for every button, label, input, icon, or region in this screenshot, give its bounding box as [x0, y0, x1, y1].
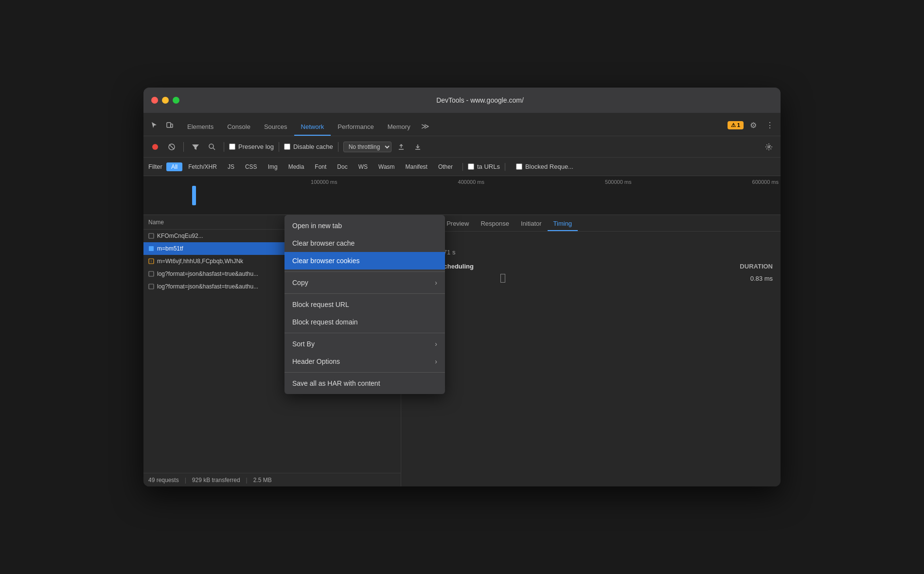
tab-timing[interactable]: Timing	[548, 216, 578, 231]
filter-img[interactable]: Img	[263, 162, 283, 171]
filter-fetch-xhr[interactable]: Fetch/XHR	[183, 162, 222, 171]
svg-rect-1	[171, 124, 173, 127]
more-options-icon[interactable]: ⋮	[763, 118, 777, 132]
ctx-divider-1	[284, 271, 445, 272]
download-icon[interactable]	[411, 140, 425, 154]
traffic-lights	[151, 97, 179, 104]
tab-elements[interactable]: Elements	[180, 118, 220, 136]
record-icon[interactable]	[148, 140, 162, 154]
tab-memory[interactable]: Memory	[381, 118, 417, 136]
preserve-log-checkbox[interactable]	[229, 144, 235, 150]
filter-sep	[462, 163, 463, 171]
minimize-button[interactable]	[162, 97, 169, 104]
ctx-open-new-tab[interactable]: Open in new tab	[284, 217, 445, 234]
svg-point-5	[209, 144, 213, 148]
tab-network[interactable]: Network	[294, 118, 331, 136]
right-panel: Headers Preview Response Initiator Timin…	[401, 215, 781, 486]
toolbar-sep-4	[338, 142, 338, 152]
toolbar-sep-1	[183, 142, 184, 152]
filter-manifest[interactable]: Manifest	[401, 162, 432, 171]
filter-wasm[interactable]: Wasm	[373, 162, 400, 171]
close-button[interactable]	[151, 97, 158, 104]
tick-3: 500000 ms	[486, 179, 634, 185]
queueing-value: 0.83 ms	[750, 275, 773, 282]
blocked-requests-checkbox[interactable]	[516, 163, 522, 170]
header-options-arrow-icon: ›	[435, 358, 437, 365]
tab-preview[interactable]: Preview	[441, 216, 475, 231]
tab-performance[interactable]: Performance	[331, 118, 380, 136]
search-icon[interactable]	[205, 140, 219, 154]
filter-js[interactable]: JS	[223, 162, 239, 171]
cursor-icon[interactable]	[147, 118, 161, 132]
preserve-log-label[interactable]: Preserve log	[229, 143, 274, 150]
tick-4: 600000 ms	[634, 179, 781, 185]
tab-sources[interactable]: Sources	[257, 118, 294, 136]
name-column-header: Name	[148, 219, 164, 226]
filter-all[interactable]: All	[166, 162, 182, 171]
tab-bar: Elements Console Sources Network Perform…	[143, 113, 781, 136]
svg-rect-8	[149, 233, 154, 238]
filter-sep-2	[505, 163, 505, 171]
blocked-requests: Blocked Reque...	[516, 163, 573, 170]
preserve-log-text: Preserve log	[238, 143, 274, 150]
copy-arrow-icon: ›	[435, 279, 437, 287]
disable-cache-label[interactable]: Disable cache	[284, 143, 333, 150]
ctx-divider-3	[284, 333, 445, 333]
filter-font[interactable]: Font	[310, 162, 331, 171]
devtools-window: DevTools - www.google.com/ Eleme	[143, 88, 781, 486]
toolbar-sep-3	[279, 142, 279, 152]
settings-icon[interactable]: ⚙	[746, 118, 760, 132]
status-sep-1: |	[185, 477, 186, 484]
svg-rect-12	[149, 271, 154, 276]
titlebar: DevTools - www.google.com/	[143, 88, 781, 113]
filter-other[interactable]: Other	[433, 162, 458, 171]
status-sep-2: |	[246, 477, 248, 484]
network-settings-icon[interactable]	[762, 140, 776, 154]
tick-2: 400000 ms	[339, 179, 487, 185]
filter-media[interactable]: Media	[284, 162, 309, 171]
disable-cache-checkbox[interactable]	[284, 144, 290, 150]
hide-data-urls-checkbox[interactable]	[468, 163, 474, 170]
transferred-size: 929 kB transferred	[192, 477, 240, 484]
warning-badge[interactable]: ⚠ 1	[728, 121, 744, 129]
svg-text:!: !	[151, 260, 152, 263]
filter-icon[interactable]	[189, 140, 202, 154]
svg-rect-9	[149, 246, 154, 251]
timing-content: d at 4.71 s Started at 4.71 s Resource S…	[401, 232, 781, 486]
upload-icon[interactable]	[394, 140, 408, 154]
filter-css[interactable]: CSS	[240, 162, 262, 171]
more-tabs-icon[interactable]: ≫	[417, 122, 433, 136]
filter-ws[interactable]: WS	[354, 162, 373, 171]
ctx-block-url[interactable]: Block request URL	[284, 296, 445, 313]
hide-data-urls-label[interactable]: ta URLs	[468, 163, 500, 170]
tab-initiator[interactable]: Initiator	[515, 216, 548, 231]
ctx-header-options[interactable]: Header Options ›	[284, 353, 445, 370]
duration-column-label: DURATION	[740, 263, 773, 270]
file-icon-gray	[147, 270, 155, 278]
ctx-save-har[interactable]: Save all as HAR with content	[284, 375, 445, 392]
toolbar-sep-2	[224, 142, 224, 152]
devtools-body: Elements Console Sources Network Perform…	[143, 113, 781, 486]
throttle-select[interactable]: No throttling	[343, 142, 391, 152]
svg-line-6	[213, 148, 215, 150]
ctx-divider-2	[284, 293, 445, 294]
tab-response[interactable]: Response	[475, 216, 515, 231]
ctx-block-domain[interactable]: Block request domain	[284, 313, 445, 331]
svg-line-4	[169, 144, 174, 149]
ctx-clear-cookies[interactable]: Clear browser cookies	[284, 252, 445, 269]
status-bar: 49 requests | 929 kB transferred | 2.5 M…	[143, 473, 401, 486]
window-title: DevTools - www.google.com/	[187, 96, 773, 104]
timing-started: Started at 4.71 s	[409, 249, 773, 256]
device-icon[interactable]	[163, 118, 177, 132]
svg-point-7	[768, 146, 770, 148]
maximize-button[interactable]	[173, 97, 179, 104]
ctx-sort-by[interactable]: Sort By ›	[284, 335, 445, 353]
filter-label: Filter	[148, 163, 162, 170]
tab-console[interactable]: Console	[220, 118, 257, 136]
disable-cache-text: Disable cache	[293, 143, 333, 150]
ctx-clear-cache[interactable]: Clear browser cache	[284, 234, 445, 252]
filter-doc[interactable]: Doc	[332, 162, 352, 171]
ctx-copy[interactable]: Copy ›	[284, 274, 445, 291]
queueing-bar	[500, 274, 505, 283]
block-requests-icon[interactable]	[165, 140, 178, 154]
